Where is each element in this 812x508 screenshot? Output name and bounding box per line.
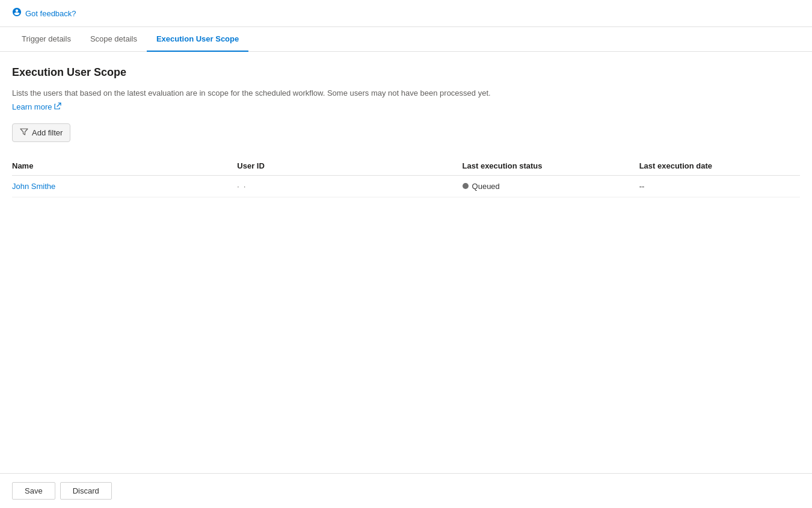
description-text: Lists the users that based on the latest…	[12, 87, 800, 99]
feedback-icon	[12, 7, 22, 19]
cell-name: John Smithe	[12, 175, 237, 197]
status-cell: Queued	[463, 182, 632, 191]
save-button[interactable]: Save	[12, 482, 55, 500]
user-name-link[interactable]: John Smithe	[12, 182, 55, 191]
column-last-execution-status: Last execution status	[463, 156, 639, 176]
status-dot-queued	[463, 183, 469, 189]
add-filter-label: Add filter	[32, 128, 63, 137]
external-link-icon	[54, 102, 61, 111]
data-table: Name User ID Last execution status Last …	[12, 156, 800, 197]
cell-user-id: · ·	[237, 175, 462, 197]
filter-icon	[20, 128, 28, 138]
discard-button[interactable]: Discard	[60, 482, 112, 500]
table-body: John Smithe · · Queued --	[12, 175, 800, 197]
feedback-bar: Got feedback?	[0, 0, 812, 27]
filter-section: Add filter	[12, 123, 800, 142]
cell-last-execution-date: --	[639, 175, 800, 197]
column-user-id: User ID	[237, 156, 462, 176]
learn-more-link[interactable]: Learn more	[12, 102, 61, 111]
tab-trigger-details[interactable]: Trigger details	[12, 27, 81, 52]
table-header: Name User ID Last execution status Last …	[12, 156, 800, 176]
tabs-container: Trigger details Scope details Execution …	[0, 27, 812, 52]
add-filter-button[interactable]: Add filter	[12, 123, 70, 142]
page-title: Execution User Scope	[12, 66, 800, 79]
tab-execution-user-scope[interactable]: Execution User Scope	[147, 27, 248, 52]
feedback-link[interactable]: Got feedback?	[25, 9, 76, 18]
user-id-value: · ·	[237, 182, 247, 191]
table-row: John Smithe · · Queued --	[12, 175, 800, 197]
main-content: Execution User Scope Lists the users tha…	[0, 52, 812, 473]
column-last-execution-date: Last execution date	[639, 156, 800, 176]
footer: Save Discard	[0, 473, 812, 508]
status-label: Queued	[472, 182, 500, 191]
column-name: Name	[12, 156, 237, 176]
tab-scope-details[interactable]: Scope details	[81, 27, 147, 52]
cell-last-execution-status: Queued	[463, 175, 639, 197]
